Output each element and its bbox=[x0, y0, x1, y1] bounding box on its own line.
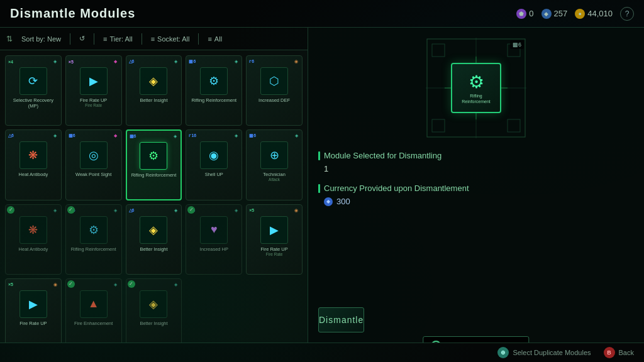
module-icon-area-8: ⚙ bbox=[140, 142, 167, 170]
module-symbol-18: ◈ bbox=[149, 297, 158, 311]
module-symbol-5: ⬡ bbox=[269, 74, 279, 88]
module-name-15: Fire Rate UP bbox=[260, 246, 287, 252]
module-name-2: Fire Rate UP bbox=[80, 97, 107, 103]
module-name-18: Better Insight bbox=[140, 321, 167, 326]
module-symbol-14: ♥ bbox=[211, 223, 218, 236]
module-card-9[interactable]: ᴦ16 ◈ ◉ Shell UP bbox=[186, 129, 242, 200]
module-name-17: Fire Enhancement bbox=[74, 321, 113, 326]
big-module-center: ⚙ RiflingReinforcement bbox=[451, 63, 501, 113]
module-symbol-17: ▲ bbox=[88, 297, 99, 310]
card-header-12: ▩6 ◈ bbox=[69, 207, 119, 214]
module-icon-area-6: ❋ bbox=[19, 141, 47, 169]
svg-rect-2 bbox=[432, 44, 445, 57]
module-card-3[interactable]: △6 ◈ ◈ Better Insight bbox=[126, 55, 182, 126]
module-card-15[interactable]: ×5 ◉ ▶ Fire Rate UP Fire Rate bbox=[246, 204, 303, 275]
module-name-5: Increased DEF bbox=[258, 97, 290, 103]
module-name-8: Rifling Reinforcement bbox=[131, 172, 177, 178]
big-module-symbol: ⚙ bbox=[469, 72, 484, 92]
module-name-7: Weak Point Sight bbox=[75, 172, 111, 177]
currency-provided: ◆ 300 bbox=[318, 197, 634, 206]
module-icon-area-17: ▲ bbox=[80, 290, 108, 318]
module-card-8[interactable]: ▩6 ◈ ⚙ Rifling Reinforcement bbox=[126, 129, 182, 200]
module-card-10[interactable]: ▩6 ◈ ⊕ Technician Attack bbox=[246, 129, 303, 200]
module-card-11[interactable]: ✓ △6 ◈ ❋ Heat Antibody bbox=[5, 204, 62, 275]
corner-icon-3: ◈ bbox=[172, 58, 179, 65]
tooltip-circle-icon: ⊙ bbox=[431, 341, 441, 343]
tier-badge-10: ▩6 bbox=[249, 133, 256, 138]
module-card-16[interactable]: ×5 ◉ ▶ Fire Rate UP bbox=[5, 278, 62, 343]
module-card-6[interactable]: △6 ◈ ❋ Heat Antibody bbox=[5, 129, 62, 200]
module-name-13: Better Insight bbox=[140, 246, 167, 252]
currency-amount: 300 bbox=[336, 197, 350, 206]
card-header-4: ▩6 ◈ bbox=[189, 58, 239, 65]
module-symbol-7: ◎ bbox=[89, 148, 99, 162]
module-card-1[interactable]: ×4 ◈ ⟳ Selective Recovery (MP) bbox=[5, 55, 62, 126]
card-header-17: △6 ◈ bbox=[69, 282, 119, 288]
corner-icon-4: ◈ bbox=[233, 58, 239, 65]
corner-icon-5: ◉ bbox=[293, 58, 299, 65]
module-subtext-10: Attack bbox=[269, 177, 280, 182]
big-module-name: RiflingReinforcement bbox=[462, 94, 491, 104]
card-header-8: ▩6 ◈ bbox=[130, 133, 179, 140]
module-card-7[interactable]: ▩6 ◆ ◎ Weak Point Sight bbox=[65, 129, 122, 200]
tier-badge-13: △6 bbox=[129, 208, 135, 213]
module-card-14[interactable]: ✓ ⊘6 ◈ ♥ Increased HP bbox=[186, 204, 242, 275]
module-icon-area-12: ⚙ bbox=[80, 216, 108, 244]
module-preview: ⚙ RiflingReinforcement ▩6 bbox=[318, 38, 634, 138]
tier-badge-15: ×5 bbox=[249, 208, 254, 212]
module-icon-area-3: ◈ bbox=[140, 67, 167, 95]
tier-badge-4: ▩6 bbox=[189, 59, 196, 64]
tier-badge-3: △6 bbox=[129, 59, 135, 64]
module-symbol-11: ❋ bbox=[28, 223, 38, 237]
module-card-12[interactable]: ✓ ▩6 ◈ ⚙ Rifling Reinforcement bbox=[65, 204, 122, 275]
selected-count: 1 bbox=[318, 164, 634, 173]
corner-icon-10: ◈ bbox=[293, 133, 299, 139]
corner-icon-11: ◈ bbox=[52, 207, 58, 214]
tier-badge-2: ×5 bbox=[69, 60, 74, 64]
module-symbol-16: ▶ bbox=[29, 297, 38, 311]
module-name-4: Rifling Reinforcement bbox=[191, 97, 236, 103]
corner-icon-15: ◉ bbox=[293, 207, 299, 214]
selected-label: Module Selected for Dismantling bbox=[318, 151, 634, 160]
card-header-10: ▩6 ◈ bbox=[249, 133, 299, 139]
dismantle-button[interactable]: Dismantle bbox=[318, 307, 364, 332]
big-tier-badge: ▩6 bbox=[510, 40, 524, 49]
card-header-1: ×4 ◈ bbox=[8, 58, 58, 65]
card-header-13: △6 ◈ bbox=[129, 207, 179, 214]
corner-icon-18: ◈ bbox=[172, 282, 179, 288]
card-header-15: ×5 ◉ bbox=[249, 207, 299, 214]
corner-icon-13: ◈ bbox=[172, 207, 179, 214]
svg-rect-5 bbox=[508, 119, 520, 132]
module-card-18[interactable]: ✓ △6 ◈ ◈ Better Insight bbox=[126, 278, 182, 343]
check-mark-14: ✓ bbox=[187, 206, 195, 214]
module-card-13[interactable]: △6 ◈ ◈ Better Insight bbox=[126, 204, 182, 275]
corner-icon-16: ◉ bbox=[52, 282, 58, 288]
card-header-18: △6 ◈ bbox=[129, 282, 179, 288]
module-name-6: Heat Antibody bbox=[19, 172, 48, 177]
main-container: Dismantle Modules ⬟ 0 ◆ 257 ● 44,010 ? ⇅ bbox=[0, 0, 644, 362]
module-icon-area-1: ⟳ bbox=[19, 67, 47, 95]
info-bar-2 bbox=[318, 184, 320, 193]
card-header-14: ⊘6 ◈ bbox=[189, 207, 239, 214]
tier-badge-5: ᴦ6 bbox=[249, 59, 254, 64]
card-header-16: ×5 ◉ bbox=[8, 282, 58, 288]
corner-icon-12: ◈ bbox=[113, 207, 119, 214]
check-mark-18: ✓ bbox=[128, 280, 135, 288]
module-card-4[interactable]: ▩6 ◈ ⚙ Rifling Reinforcement bbox=[186, 55, 242, 126]
module-icon-area-5: ⬡ bbox=[260, 67, 288, 95]
tier-badge-1: ×4 bbox=[8, 60, 13, 64]
module-name-11: Heat Antibody bbox=[19, 246, 48, 252]
big-module-frame: ⚙ RiflingReinforcement ▩6 bbox=[426, 38, 526, 138]
module-symbol-10: ⊕ bbox=[270, 148, 279, 162]
module-card-17[interactable]: ✓ △6 ◈ ▲ Fire Enhancement bbox=[65, 278, 122, 343]
tier-badge-7: ▩6 bbox=[69, 133, 75, 138]
module-name-16: Fire Rate UP bbox=[19, 321, 47, 326]
card-header-11: △6 ◈ bbox=[8, 207, 58, 214]
module-symbol-1: ⟳ bbox=[28, 74, 38, 88]
module-card-5[interactable]: ᴦ6 ◉ ⬡ Increased DEF bbox=[246, 55, 303, 126]
module-card-2[interactable]: ×5 ◆ ▶ Fire Rate UP Fire Rate bbox=[65, 55, 122, 126]
module-icon-area-13: ◈ bbox=[140, 216, 167, 244]
card-header-5: ᴦ6 ◉ bbox=[249, 58, 299, 65]
tier-badge-8: ▩6 bbox=[130, 134, 136, 139]
module-icon-area-11: ❋ bbox=[19, 216, 47, 244]
